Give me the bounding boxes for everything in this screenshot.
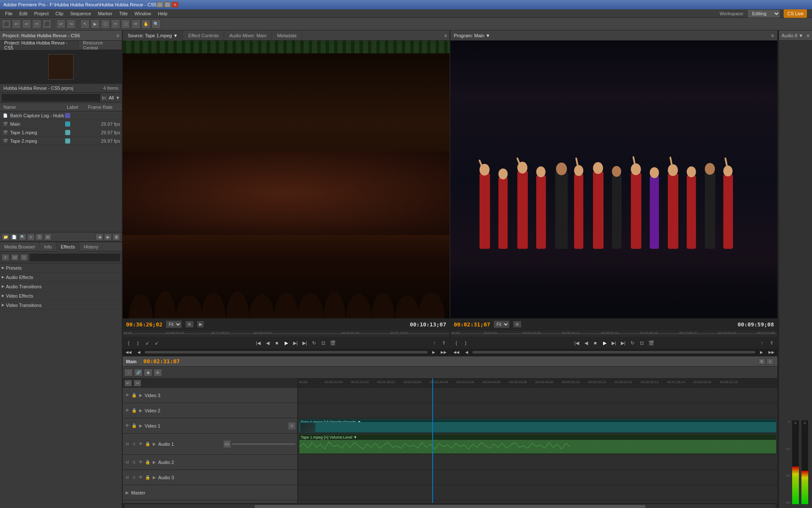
track-eye-a1[interactable]: 👁	[138, 441, 144, 447]
scroll-left-btn[interactable]: ◀	[96, 234, 103, 240]
program-extract[interactable]: ⇑	[767, 339, 776, 347]
program-jog-slider[interactable]	[472, 351, 755, 353]
source-mark-in[interactable]: {	[124, 339, 133, 347]
program-settings-btn[interactable]: ⊞	[513, 321, 521, 328]
source-export[interactable]: 🎬	[329, 339, 337, 347]
menu-project[interactable]: Project	[31, 9, 52, 18]
effects-search-input[interactable]	[30, 254, 120, 261]
track-mute-a2[interactable]: M	[124, 459, 130, 465]
playhead[interactable]	[432, 378, 433, 503]
timeline-settings-btn[interactable]: ⚙	[758, 358, 765, 365]
source-monitor-close[interactable]: ≡	[442, 33, 450, 38]
toolbar-hand[interactable]: ✋	[141, 19, 151, 29]
search-options-btn[interactable]: ▼	[115, 95, 120, 100]
source-step-back[interactable]: |◀	[254, 339, 263, 347]
track-lock-a3[interactable]: 🔒	[145, 475, 151, 480]
track-eye-v2[interactable]: 👁	[124, 408, 130, 414]
toolbar-btn-1[interactable]: ⬛	[2, 19, 11, 29]
source-extract[interactable]: ⇑	[439, 339, 448, 347]
tab-history[interactable]: History	[80, 242, 103, 251]
tab-resource-central[interactable]: Resource Central	[79, 41, 122, 50]
program-timecode-in[interactable]: 00:02:31;07	[454, 321, 490, 328]
file-item-main[interactable]: 🎬 Main 29.97 fps	[0, 120, 122, 128]
tl-snap-btn[interactable]: ⋮	[124, 369, 133, 376]
effects-btn-1[interactable]: ≡	[2, 254, 9, 261]
tl-add-marker[interactable]: ◆	[144, 369, 152, 376]
effects-category-audio-effects[interactable]: ▶ Audio Effects	[0, 273, 122, 282]
source-tab-audio-mixer[interactable]: Audio Mixer: Main	[224, 30, 272, 41]
source-video-area[interactable]	[123, 41, 450, 318]
effects-category-audio-transitions[interactable]: ▶ Audio Transitions	[0, 282, 122, 291]
track-eye-v3[interactable]: 👁	[124, 392, 130, 398]
track-eye-a3[interactable]: 👁	[138, 475, 144, 480]
source-tab-metadata[interactable]: Metadata	[272, 30, 302, 41]
tl-link-btn[interactable]: 🔗	[134, 369, 143, 376]
file-item-tape2[interactable]: 🎬 Tape 2.mpeg 29.97 fps	[0, 137, 122, 145]
track-solo-a2[interactable]: S	[131, 459, 137, 465]
list-view-btn[interactable]: ☰	[36, 234, 43, 240]
source-timecode-in[interactable]: 00:36:26;02	[126, 321, 162, 328]
program-monitor-close[interactable]: ≡	[771, 33, 774, 38]
track-lock-a2[interactable]: 🔒	[145, 459, 151, 465]
menu-clip[interactable]: Clip	[52, 9, 67, 18]
file-item-tape1[interactable]: 🎬 Tape 1.mpeg 29.97 fps	[0, 128, 122, 137]
track-solo-a1[interactable]: S	[131, 441, 137, 447]
effects-category-presets[interactable]: ▶ Presets	[0, 263, 122, 273]
source-jog-slider[interactable]	[145, 351, 428, 353]
source-loop[interactable]: ↻	[310, 339, 318, 347]
track-lock-v3[interactable]: 🔒	[131, 392, 137, 398]
tab-effects[interactable]: Effects	[57, 242, 80, 251]
cs-live-button[interactable]: CS Live	[784, 9, 807, 18]
source-play-to-out[interactable]: ▶|	[291, 339, 300, 347]
audio1-clip[interactable]: Tape 1.mpeg [A] Volume:Level ▼	[299, 434, 776, 454]
track-expand-v2[interactable]: ▶	[138, 408, 144, 414]
program-play[interactable]: ▶	[601, 339, 609, 347]
program-mark-out[interactable]: }	[461, 339, 470, 347]
delete-btn[interactable]: 🗑	[112, 234, 120, 240]
source-lift[interactable]: ↑	[430, 339, 439, 347]
tab-project[interactable]: Project: Hubba Hubba Revue - CS5	[0, 41, 79, 50]
close-button[interactable]: ×	[172, 2, 178, 8]
menu-help[interactable]: Help	[154, 9, 171, 18]
project-panel-menu-btn[interactable]: ≡	[117, 33, 119, 38]
track-lock-a1[interactable]: 🔒	[145, 441, 151, 447]
tl-sync-btn[interactable]: ⊕	[154, 369, 162, 376]
menu-marker[interactable]: Marker	[94, 9, 115, 18]
video1-clip[interactable]: Tape 1.mpeg [V] Opacity:Opacity ▼	[299, 419, 776, 433]
timeline-menu-btn[interactable]: ≡	[766, 358, 774, 365]
toolbar-ripple[interactable]: ⬡	[101, 19, 110, 29]
new-bin-btn[interactable]: 📁	[2, 234, 9, 240]
source-fit-select[interactable]: Fit	[166, 320, 182, 328]
source-tab-effect-controls[interactable]: Effect Controls	[183, 30, 224, 41]
track-eye-v1[interactable]: 👁	[124, 423, 130, 429]
search-btn[interactable]: 🔍	[19, 234, 26, 240]
menu-file[interactable]: File	[2, 9, 16, 18]
source-step-fwd[interactable]: ▶|	[301, 339, 309, 347]
toolbar-razor[interactable]: ✂	[111, 19, 120, 29]
program-export[interactable]: 🎬	[647, 339, 656, 347]
maximize-button[interactable]: □	[164, 2, 171, 8]
effects-category-video-transitions[interactable]: ▶ Video Transitions	[0, 301, 122, 310]
timeline-scrollbar[interactable]	[123, 503, 777, 508]
program-lift[interactable]: ↑	[758, 339, 766, 347]
program-jog-left[interactable]: ◀◀	[452, 348, 461, 356]
minimize-button[interactable]: –	[156, 2, 163, 8]
program-step-back[interactable]: |◀	[573, 339, 581, 347]
tab-media-browser[interactable]: Media Browser	[0, 242, 40, 251]
program-play-to-out[interactable]: ▶|	[610, 339, 618, 347]
track-solo-a3[interactable]: S	[131, 475, 137, 480]
effects-category-video-effects[interactable]: ▶ Video Effects	[0, 291, 122, 301]
source-mark-out[interactable]: }	[134, 339, 142, 347]
automate-btn[interactable]: ≡	[27, 234, 35, 240]
source-play-reverse[interactable]: ◀	[263, 339, 272, 347]
toolbar-btn-2[interactable]: ↩	[12, 19, 21, 29]
source-play[interactable]: ▶	[282, 339, 291, 347]
program-step-fwd[interactable]: ▶|	[619, 339, 628, 347]
toolbar-pen[interactable]: ✏	[131, 19, 140, 29]
audio-panel-menu[interactable]: ≡	[807, 33, 809, 38]
source-shuttle-left[interactable]: ◀	[134, 348, 143, 356]
toolbar-slip[interactable]: ⬡	[121, 19, 130, 29]
track-eye-a2[interactable]: 👁	[138, 459, 144, 465]
program-jog-right[interactable]: ▶▶	[767, 348, 776, 356]
effects-btn-3[interactable]: ⬡	[20, 254, 28, 261]
